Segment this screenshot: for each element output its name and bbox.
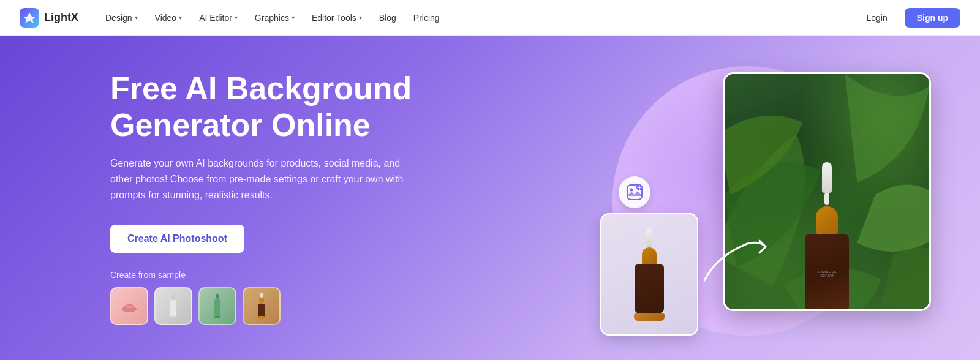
hero-visual: LUMINOUSSERUM xyxy=(564,54,931,348)
serum-dropper-tip xyxy=(824,193,829,205)
sample-label: Create from sample xyxy=(110,270,412,280)
nav-video[interactable]: Video ▾ xyxy=(148,9,190,26)
svg-point-13 xyxy=(630,189,633,192)
hero-section: Free AI Background Generator Online Gene… xyxy=(0,36,980,360)
nav-right: Login Sign up xyxy=(856,8,960,28)
svg-rect-10 xyxy=(258,304,265,317)
serum-small-cap xyxy=(642,247,657,264)
hero-content: Free AI Background Generator Online Gene… xyxy=(0,70,412,325)
login-button[interactable]: Login xyxy=(856,8,897,28)
chevron-down-icon: ▾ xyxy=(359,14,362,21)
svg-rect-5 xyxy=(216,294,219,299)
svg-rect-6 xyxy=(214,299,221,317)
svg-rect-2 xyxy=(172,294,175,300)
chevron-down-icon: ▾ xyxy=(292,14,295,21)
nav-graphics[interactable]: Graphics ▾ xyxy=(247,9,302,26)
nav-ai-editor[interactable]: AI Editor ▾ xyxy=(192,9,245,26)
serum-small-dropper xyxy=(646,228,652,247)
create-photoshoot-button[interactable]: Create AI Photoshoot xyxy=(110,225,244,253)
svg-marker-0 xyxy=(23,13,36,23)
chevron-down-icon: ▾ xyxy=(135,14,138,21)
sample-image-serum[interactable] xyxy=(243,287,281,325)
nav-pricing[interactable]: Pricing xyxy=(406,9,447,26)
small-product-card xyxy=(600,213,698,336)
chevron-down-icon: ▾ xyxy=(235,14,238,21)
sample-images xyxy=(110,287,412,325)
serum-small-body xyxy=(635,264,664,313)
nav-design[interactable]: Design ▾ xyxy=(98,9,145,26)
sample-image-bottle-teal[interactable] xyxy=(198,287,236,325)
hero-subtitle: Generate your own AI backgrounds for pro… xyxy=(110,156,404,203)
serum-body: LUMINOUSSERUM xyxy=(805,234,849,311)
sample-image-shoes[interactable] xyxy=(110,287,148,325)
serum-label: LUMINOUSSERUM xyxy=(815,268,839,280)
serum-cap xyxy=(816,206,838,234)
navbar: LightX Design ▾ Video ▾ AI Editor ▾ Grap… xyxy=(0,0,980,36)
svg-rect-7 xyxy=(214,316,221,318)
signup-button[interactable]: Sign up xyxy=(905,8,960,28)
svg-rect-3 xyxy=(170,300,176,317)
serum-bottle-main: LUMINOUSSERUM xyxy=(799,162,854,297)
logo-icon xyxy=(20,8,39,28)
nav-blog[interactable]: Blog xyxy=(372,9,404,26)
upload-icon[interactable] xyxy=(619,176,650,208)
svg-rect-9 xyxy=(259,298,264,304)
serum-dropper xyxy=(822,162,832,193)
brand-name: LightX xyxy=(44,11,78,24)
nav-links: Design ▾ Video ▾ AI Editor ▾ Graphics ▾ … xyxy=(98,9,856,26)
svg-rect-11 xyxy=(258,316,265,319)
hero-title: Free AI Background Generator Online xyxy=(110,70,412,144)
arrow-illustration xyxy=(698,231,772,293)
nav-editor-tools[interactable]: Editor Tools ▾ xyxy=(304,9,369,26)
svg-rect-8 xyxy=(260,293,263,298)
svg-rect-4 xyxy=(170,316,176,318)
serum-small-base xyxy=(634,313,665,321)
serum-small xyxy=(634,228,665,321)
chevron-down-icon: ▾ xyxy=(179,14,182,21)
sample-image-bottle-white[interactable] xyxy=(154,287,192,325)
logo[interactable]: LightX xyxy=(20,8,78,28)
